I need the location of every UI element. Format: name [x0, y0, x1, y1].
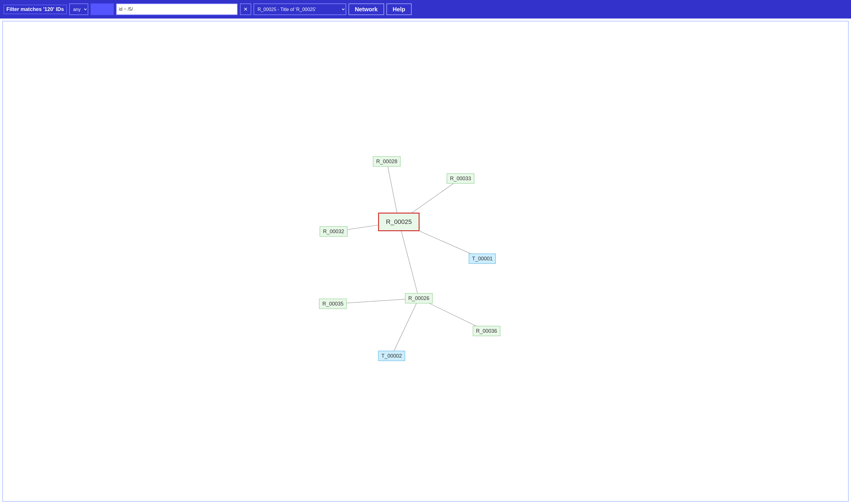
node-t_00001[interactable]: T_00001 — [469, 254, 496, 264]
color-swatch[interactable] — [91, 3, 114, 15]
network-button[interactable]: Network — [349, 3, 384, 15]
toolbar: Filter matches '120' IDs any ✕ R_00025 -… — [0, 0, 851, 19]
node-r_00035[interactable]: R_00035 — [319, 299, 347, 309]
clear-button[interactable]: ✕ — [240, 3, 251, 15]
node-r_00026[interactable]: R_00026 — [405, 293, 432, 303]
search-input[interactable] — [116, 3, 238, 15]
node-t_00002[interactable]: T_00002 — [378, 351, 405, 361]
node-r_00032[interactable]: R_00032 — [320, 227, 347, 237]
node-r_00025[interactable]: R_00025 — [378, 213, 420, 231]
network-canvas: R_00028R_00033R_00032R_00025T_00001R_000… — [2, 21, 849, 502]
any-select[interactable]: any — [69, 3, 88, 15]
node-r_00036[interactable]: R_00036 — [473, 326, 500, 336]
filter-label: Filter matches '120' IDs — [3, 5, 67, 14]
edges-svg — [3, 21, 848, 501]
edge-R_00026-T_00002 — [392, 298, 419, 356]
edge-R_00025-R_00026 — [399, 222, 419, 298]
node-dropdown[interactable]: R_00025 - Title of 'R_00025' — [253, 3, 346, 15]
node-r_00028[interactable]: R_00028 — [373, 157, 401, 167]
help-button[interactable]: Help — [386, 3, 412, 15]
node-r_00033[interactable]: R_00033 — [447, 173, 474, 183]
